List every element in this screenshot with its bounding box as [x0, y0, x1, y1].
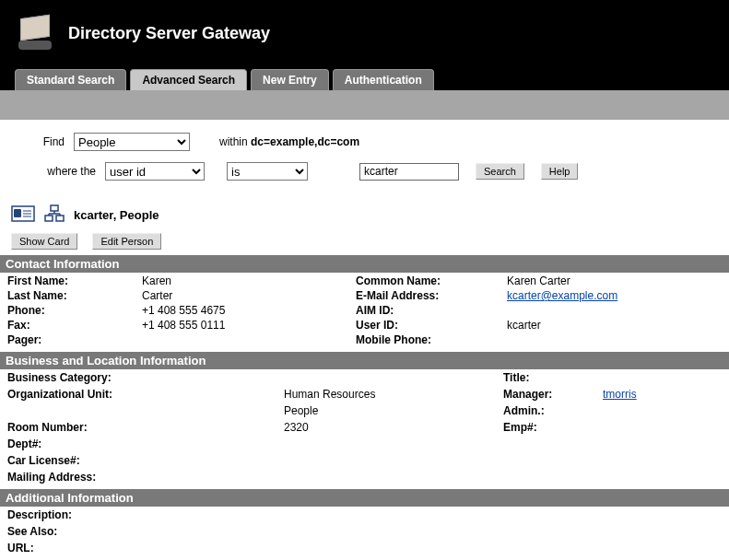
- main-tabs: Standard Search Advanced Search New Entr…: [15, 69, 434, 90]
- mailing-label: Mailing Address:: [7, 471, 284, 484]
- result-header: kcarter, People: [0, 201, 729, 231]
- edit-person-button[interactable]: Edit Person: [92, 233, 161, 250]
- search-button[interactable]: Search: [476, 163, 524, 180]
- contact-grid: First Name: Karen Common Name: Karen Car…: [0, 273, 729, 350]
- search-value-input[interactable]: [359, 163, 459, 181]
- emp-label: Emp#:: [503, 421, 603, 434]
- manager-link[interactable]: tmorris: [603, 388, 722, 401]
- commonname-value: Karen Carter: [507, 274, 722, 287]
- within-text: within dc=example,dc=com: [219, 135, 359, 148]
- find-type-select[interactable]: People: [74, 133, 190, 151]
- section-business-header: Business and Location Information: [0, 352, 729, 369]
- carlicense-label: Car License#:: [7, 454, 284, 467]
- admin-value: [603, 404, 722, 417]
- pager-label: Pager:: [7, 333, 142, 346]
- mobile-label: Mobile Phone:: [356, 333, 507, 346]
- tab-new-entry[interactable]: New Entry: [251, 69, 329, 90]
- phone-label: Phone:: [7, 304, 142, 317]
- seealso-label: See Also:: [7, 525, 284, 538]
- description-label: Description:: [7, 508, 284, 521]
- business-grid: Business Category: Title: Organizational…: [0, 369, 729, 487]
- email-link[interactable]: kcarter@example.com: [507, 289, 722, 302]
- orgunit-value-2: People: [284, 404, 503, 417]
- org-chart-icon[interactable]: [44, 204, 65, 226]
- svg-rect-6: [45, 216, 53, 221]
- tab-standard-search[interactable]: Standard Search: [15, 69, 126, 90]
- userid-value: kcarter: [507, 319, 722, 332]
- mobile-value: [507, 333, 722, 346]
- svg-rect-1: [14, 209, 21, 217]
- tab-advanced-search[interactable]: Advanced Search: [130, 69, 247, 90]
- header: Directory Server Gateway Standard Search…: [0, 0, 729, 90]
- commonname-label: Common Name:: [356, 274, 507, 287]
- bizcategory-value: [284, 371, 503, 384]
- vcard-icon[interactable]: [11, 204, 35, 226]
- fax-label: Fax:: [7, 319, 142, 332]
- room-value: 2320: [284, 421, 503, 434]
- find-label: Find: [37, 135, 65, 148]
- email-label: E-Mail Address:: [356, 289, 507, 302]
- operator-select[interactable]: is: [227, 162, 308, 181]
- search-form: Find People within dc=example,dc=com whe…: [0, 120, 729, 201]
- where-label: where the: [37, 165, 96, 178]
- section-additional-header: Additional Information: [0, 489, 729, 507]
- fax-value: +1 408 555 0111: [142, 319, 356, 332]
- biztitle-value: [603, 371, 722, 384]
- additional-grid: Description: See Also: URL:: [0, 507, 729, 558]
- tab-authentication[interactable]: Authentication: [333, 69, 434, 90]
- userid-label: User ID:: [356, 319, 507, 332]
- aim-label: AIM ID:: [356, 304, 507, 317]
- section-contact-header: Contact Information: [0, 255, 729, 273]
- bizcategory-label: Business Category:: [7, 371, 284, 384]
- lastname-label: Last Name:: [7, 289, 142, 302]
- lastname-value: Carter: [142, 289, 356, 302]
- aim-value: [507, 304, 722, 317]
- biztitle-label: Title:: [503, 371, 603, 384]
- emp-value: [603, 421, 722, 434]
- room-label: Room Number:: [7, 421, 284, 434]
- svg-rect-7: [56, 216, 64, 221]
- orgunit-label: Organizational Unit:: [7, 388, 284, 417]
- phone-value: +1 408 555 4675: [142, 304, 356, 317]
- help-button[interactable]: Help: [541, 163, 579, 180]
- result-title: kcarter, People: [74, 208, 159, 222]
- attribute-select[interactable]: user id: [105, 162, 205, 181]
- dept-label: Dept#:: [7, 438, 284, 450]
- dept-value: [284, 438, 503, 450]
- pager-value: [142, 333, 356, 346]
- firstname-value: Karen: [142, 274, 356, 287]
- firstname-label: First Name:: [7, 274, 142, 287]
- manager-label: Manager:: [503, 388, 603, 401]
- svg-rect-5: [51, 205, 58, 211]
- carlicense-value: [284, 454, 503, 467]
- app-logo-icon: [15, 13, 55, 53]
- show-card-button[interactable]: Show Card: [11, 233, 77, 250]
- result-actions: Show Card Edit Person: [0, 231, 729, 253]
- mailing-value: [284, 471, 503, 484]
- url-label: URL:: [7, 542, 284, 554]
- toolbar-separator: [0, 90, 729, 120]
- admin-label: Admin.:: [503, 404, 603, 417]
- app-title: Directory Server Gateway: [68, 24, 270, 43]
- orgunit-value-1: Human Resources: [284, 388, 503, 401]
